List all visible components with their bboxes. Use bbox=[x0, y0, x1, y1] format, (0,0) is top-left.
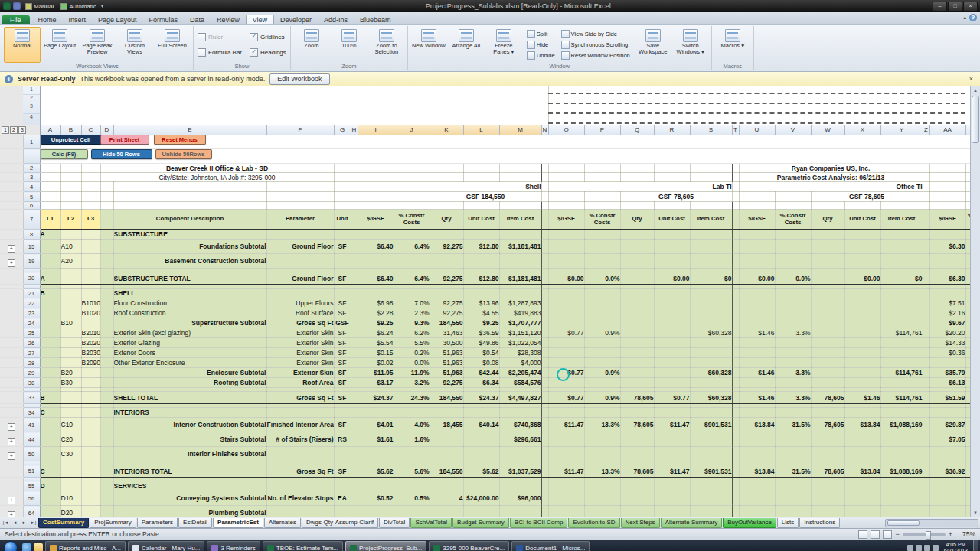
cell-U21[interactable] bbox=[739, 289, 775, 298]
cell-Q29[interactable] bbox=[620, 368, 654, 378]
cell-B41[interactable]: C10 bbox=[60, 418, 81, 432]
cell-I34[interactable] bbox=[358, 408, 394, 418]
cell-Y30[interactable] bbox=[880, 378, 923, 388]
row-header-4[interactable]: 4 bbox=[23, 182, 40, 192]
cell-G34[interactable] bbox=[334, 408, 351, 418]
cell-S15[interactable] bbox=[690, 240, 732, 254]
sheet-tab-evolution-to-sd[interactable]: Evolution to SD bbox=[568, 518, 619, 528]
cell-V28[interactable] bbox=[775, 358, 811, 368]
cell-Z29[interactable] bbox=[923, 368, 929, 378]
taskbar-window-tboe-estimate-tem[interactable]: TBOE: Estimate Tem... bbox=[263, 541, 343, 551]
cell-T24[interactable] bbox=[732, 318, 739, 328]
cell-M55[interactable] bbox=[499, 481, 541, 491]
zoom-in-icon[interactable]: + bbox=[949, 530, 952, 538]
page-layout-view-button[interactable] bbox=[871, 530, 880, 539]
cell-O22[interactable] bbox=[548, 298, 584, 308]
cell-L25[interactable]: $36.59 bbox=[463, 328, 499, 338]
cell-L21[interactable] bbox=[463, 289, 499, 298]
cell-W15[interactable] bbox=[811, 240, 844, 254]
cell-A15[interactable] bbox=[40, 240, 60, 254]
cell-X30[interactable] bbox=[844, 378, 880, 388]
cell-I29[interactable]: $11.95 bbox=[358, 368, 394, 378]
cell-G56[interactable]: EA bbox=[334, 491, 351, 506]
cell-S33[interactable]: $60,328 bbox=[690, 392, 732, 404]
cell-J7[interactable]: % Constr Costs bbox=[394, 210, 430, 230]
cell-R19[interactable] bbox=[654, 254, 690, 269]
cell-M41[interactable]: $740,868 bbox=[499, 418, 541, 432]
cell-Q24[interactable] bbox=[620, 318, 654, 328]
cell-L6[interactable] bbox=[463, 202, 499, 210]
cell-Z56[interactable] bbox=[923, 491, 929, 506]
row-header-25[interactable]: 25 bbox=[23, 328, 40, 338]
cell-J3[interactable] bbox=[394, 173, 430, 182]
cell-F29[interactable]: Exterior Skin bbox=[266, 368, 334, 378]
cell-F30[interactable]: Roof Area bbox=[266, 378, 334, 388]
outline-gutter-cell[interactable]: + bbox=[0, 254, 23, 269]
cell-O5[interactable] bbox=[548, 192, 584, 202]
cell-L8[interactable] bbox=[463, 230, 499, 240]
cell-D64[interactable] bbox=[100, 506, 113, 517]
cell-J26[interactable]: 5.5% bbox=[394, 338, 430, 348]
cell-P24[interactable] bbox=[584, 318, 620, 328]
cell-F19[interactable] bbox=[266, 254, 334, 269]
cell-A27[interactable] bbox=[40, 348, 60, 358]
cell-X27[interactable] bbox=[844, 348, 880, 358]
cell-C8[interactable] bbox=[81, 230, 100, 240]
show-desktop-button[interactable] bbox=[973, 540, 978, 551]
horizontal-scrollbar[interactable] bbox=[885, 519, 978, 527]
arrange-all-button[interactable]: Arrange All bbox=[448, 27, 485, 63]
cell-Q8[interactable] bbox=[620, 230, 654, 240]
sheet-tab-budget-summary[interactable]: Budget Summary bbox=[452, 518, 509, 528]
cell-Q3[interactable] bbox=[620, 173, 654, 182]
row-header-4[interactable]: 4 bbox=[23, 114, 40, 125]
cell-S19[interactable] bbox=[690, 254, 732, 269]
cell-AA26[interactable]: $14.33 bbox=[929, 338, 965, 348]
cell-A64[interactable] bbox=[40, 506, 60, 517]
cell-V34[interactable] bbox=[775, 408, 811, 418]
cell-A50[interactable] bbox=[40, 447, 60, 461]
cell-T3[interactable] bbox=[732, 173, 739, 182]
cell-E4[interactable] bbox=[113, 182, 266, 192]
cell-F22[interactable]: Upper Floors bbox=[266, 298, 334, 308]
vertical-scroll-thumb[interactable] bbox=[972, 96, 979, 143]
cell-B5[interactable] bbox=[60, 192, 81, 202]
cell-T22[interactable] bbox=[732, 298, 739, 308]
cell-AA50[interactable] bbox=[929, 447, 965, 461]
column-header-I[interactable]: I bbox=[358, 125, 394, 135]
cell-Q41[interactable]: 78,605 bbox=[620, 418, 654, 432]
cell-E29[interactable]: Enclosure Subtotal bbox=[113, 368, 266, 378]
cell-L23[interactable]: $4.55 bbox=[463, 308, 499, 318]
cell-V8[interactable] bbox=[775, 230, 811, 240]
row-header-6[interactable]: 6 bbox=[23, 202, 40, 210]
cell-L64[interactable] bbox=[463, 506, 499, 517]
cell-L29[interactable]: $42.44 bbox=[463, 368, 499, 378]
cell-W23[interactable] bbox=[811, 308, 844, 318]
cell-J27[interactable]: 0.2% bbox=[394, 348, 430, 358]
cell-R23[interactable] bbox=[654, 308, 690, 318]
cell-P41[interactable]: 13.3% bbox=[584, 418, 620, 432]
column-header-N[interactable]: N bbox=[541, 125, 548, 135]
cell-F24[interactable]: Gross Sq Ft bbox=[266, 318, 334, 328]
cell-J50[interactable] bbox=[394, 447, 430, 461]
cell-C56[interactable] bbox=[81, 491, 100, 506]
cell-H50[interactable] bbox=[351, 447, 358, 461]
normal-button[interactable]: Normal bbox=[4, 27, 41, 63]
cell-AA24[interactable]: $9.67 bbox=[929, 318, 965, 328]
cell-P30[interactable] bbox=[584, 378, 620, 388]
cell-H6[interactable] bbox=[351, 202, 358, 210]
sheet-tab-parametricest[interactable]: ParametricEst bbox=[213, 518, 263, 528]
cell-H33[interactable] bbox=[351, 392, 358, 404]
cell-T44[interactable] bbox=[732, 432, 739, 447]
cell-P8[interactable] bbox=[584, 230, 620, 240]
outline-expand-button[interactable]: + bbox=[8, 423, 15, 431]
cell-W29[interactable] bbox=[811, 368, 844, 378]
cell-X51[interactable]: $13.84 bbox=[844, 465, 880, 478]
cell-B29[interactable]: B20 bbox=[60, 368, 81, 378]
ribbon-tab-review[interactable]: Review bbox=[211, 15, 246, 24]
outline-expand-button[interactable]: + bbox=[8, 497, 15, 504]
new-window-button[interactable]: New Window bbox=[410, 27, 447, 63]
cell-J28[interactable]: 0.0% bbox=[394, 358, 430, 368]
cell-V5[interactable] bbox=[775, 192, 811, 202]
cell-H44[interactable] bbox=[351, 432, 358, 447]
cell-O21[interactable] bbox=[548, 289, 584, 298]
